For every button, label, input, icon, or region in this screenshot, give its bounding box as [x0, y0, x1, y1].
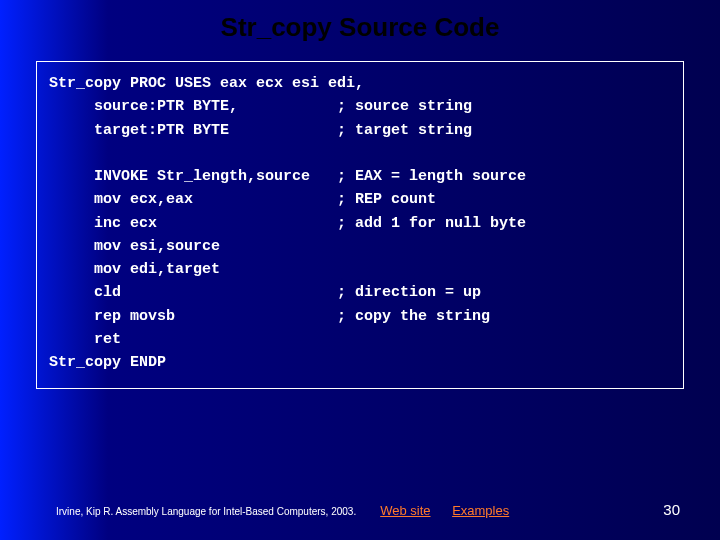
code-line: inc ecx ; add 1 for null byte	[49, 215, 526, 232]
code-box: Str_copy PROC USES eax ecx esi edi, sour…	[36, 61, 684, 389]
footer: Irvine, Kip R. Assembly Language for Int…	[0, 501, 720, 518]
code-line: cld ; direction = up	[49, 284, 481, 301]
code-line: mov edi,target	[49, 261, 220, 278]
footer-links: Web site Examples	[380, 503, 663, 518]
code-line: source:PTR BYTE, ; source string	[49, 98, 472, 115]
code-line: ret	[49, 331, 121, 348]
citation-text: Irvine, Kip R. Assembly Language for Int…	[56, 506, 356, 517]
slide-title: Str_copy Source Code	[0, 0, 720, 61]
code-line: mov esi,source	[49, 238, 220, 255]
code-line: Str_copy ENDP	[49, 354, 166, 371]
examples-link[interactable]: Examples	[452, 503, 509, 518]
code-line: rep movsb ; copy the string	[49, 308, 490, 325]
web-site-link[interactable]: Web site	[380, 503, 430, 518]
code-listing: Str_copy PROC USES eax ecx esi edi, sour…	[49, 72, 671, 374]
code-line: INVOKE Str_length,source ; EAX = length …	[49, 168, 526, 185]
code-line: target:PTR BYTE ; target string	[49, 122, 472, 139]
code-line: mov ecx,eax ; REP count	[49, 191, 436, 208]
page-number: 30	[663, 501, 680, 518]
code-line: Str_copy PROC USES eax ecx esi edi,	[49, 75, 364, 92]
